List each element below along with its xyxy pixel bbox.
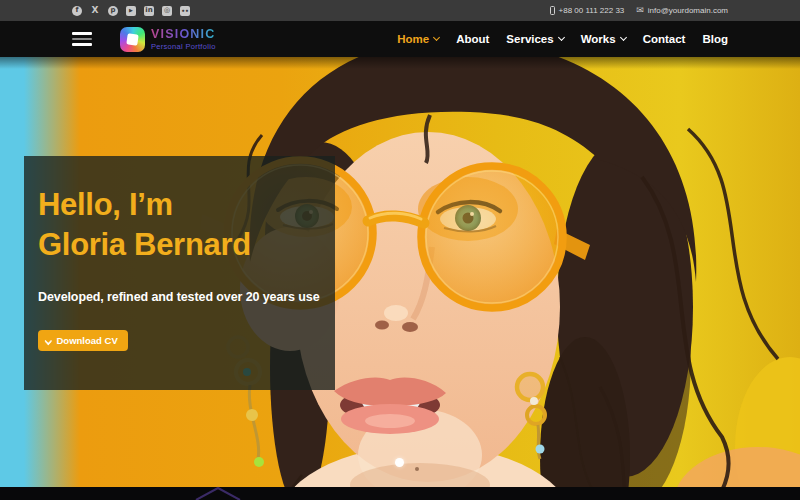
nav-link-blog[interactable]: Blog [702, 33, 728, 45]
flickr-icon[interactable]: •• [180, 6, 190, 16]
phone-number: +88 00 111 222 33 [559, 6, 625, 15]
download-cv-button[interactable]: Download CV [38, 330, 128, 351]
hamburger-menu-icon[interactable] [72, 32, 92, 46]
hero-section: Hello, I’m Gloria Bernard Developed, ref… [0, 57, 800, 500]
chevron-down-icon [433, 34, 440, 41]
pinterest-icon[interactable]: p [108, 6, 118, 16]
nav-link-contact[interactable]: Contact [643, 33, 686, 45]
brand-name: VISIONIC [151, 28, 216, 41]
envelope-icon: ✉ [636, 6, 644, 15]
youtube-icon[interactable]: ▶ [126, 6, 136, 16]
brand-tagline: Personal Portfolio [151, 43, 216, 51]
hero-greeting: Hello, I’m [38, 185, 321, 225]
email-address: info@yourdomain.com [648, 6, 728, 15]
main-navigation: Home About Services Works Contact Blog [397, 33, 728, 45]
nav-link-about[interactable]: About [456, 33, 489, 45]
topbar: f X p ▶ in ◎ •• +88 00 111 222 33 ✉ info… [0, 0, 800, 21]
hero-subtitle: Developed, refined and tested over 20 ye… [38, 290, 321, 304]
x-twitter-icon[interactable]: X [90, 6, 100, 16]
phone-icon [550, 6, 555, 15]
carousel-dot-active[interactable] [395, 458, 404, 467]
social-links: f X p ▶ in ◎ •• [72, 6, 190, 16]
navbar: VISIONIC Personal Portfolio Home About S… [0, 21, 800, 57]
double-chevron-down-icon [46, 338, 51, 344]
hero-content-panel: Hello, I’m Gloria Bernard Developed, ref… [24, 156, 335, 390]
email-link[interactable]: ✉ info@yourdomain.com [636, 6, 728, 15]
chevron-down-icon [620, 34, 627, 41]
nav-link-home[interactable]: Home [397, 33, 439, 45]
phone-link[interactable]: +88 00 111 222 33 [550, 6, 625, 15]
hero-name: Gloria Bernard [38, 225, 321, 265]
hero-title: Hello, I’m Gloria Bernard [38, 185, 321, 265]
facebook-icon[interactable]: f [72, 6, 82, 16]
linkedin-icon[interactable]: in [144, 6, 154, 16]
chevron-down-icon [558, 34, 565, 41]
brand-logo-icon [120, 27, 145, 52]
nav-link-works[interactable]: Works [581, 33, 626, 45]
instagram-icon[interactable]: ◎ [162, 6, 172, 16]
topbar-contact: +88 00 111 222 33 ✉ info@yourdomain.com [550, 6, 728, 15]
brand-logo[interactable]: VISIONIC Personal Portfolio [120, 27, 216, 52]
nav-link-services[interactable]: Services [506, 33, 563, 45]
